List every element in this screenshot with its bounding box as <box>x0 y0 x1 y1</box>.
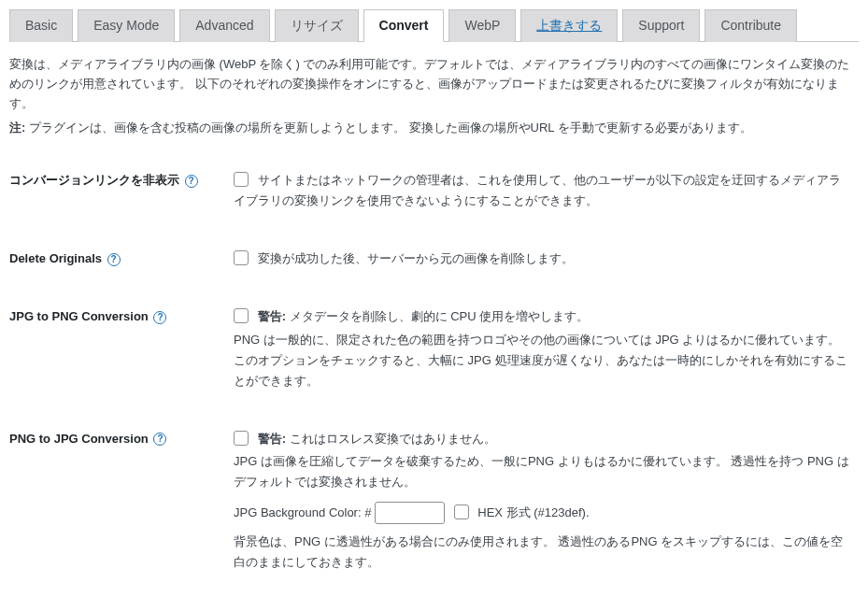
jpg2png-warn-text: メタデータを削除し、劇的に CPU 使用を増やします。 <box>286 309 589 323</box>
tab-support[interactable]: Support <box>622 9 700 42</box>
row-hide-conversion-links: コンバージョンリンクを非表示 サイトまたはネットワークの管理者は、これを使用して… <box>9 159 859 237</box>
jpg2png-checkbox[interactable] <box>234 308 249 323</box>
intro-note-label: 注: <box>9 121 25 135</box>
row-png-to-jpg: PNG to JPG Conversion 警告: これはロスレス変換ではありま… <box>9 418 859 599</box>
row-gif-to-png: GIF to PNG Conversion 警告はありません、実行してください。… <box>9 599 859 611</box>
tab-webp[interactable]: WebP <box>448 9 516 42</box>
help-icon[interactable] <box>153 311 166 324</box>
jpg2png-warn-prefix: 警告: <box>258 309 286 323</box>
delete-originals-text: 変換が成功した後、サーバーから元の画像を削除します。 <box>258 251 574 265</box>
tab-contribute[interactable]: Contribute <box>704 9 797 42</box>
png2jpg-description-1: JPG は画像を圧縮してデータを破棄するため、一般にPNG よりもはるかに優れて… <box>234 451 849 492</box>
png2jpg-checkbox[interactable] <box>234 431 249 446</box>
row-delete-originals: Delete Originals 変換が成功した後、サーバーから元の画像を削除し… <box>9 237 859 295</box>
help-icon[interactable] <box>185 175 198 188</box>
hide-links-text: サイトまたはネットワークの管理者は、これを使用して、他のユーザーが以下の設定を迂… <box>234 173 841 207</box>
jpg2png-description: PNG は一般的に、限定された色の範囲を持つロゴやその他の画像については JPG… <box>234 330 849 391</box>
tab-basic[interactable]: Basic <box>9 9 73 42</box>
intro-paragraph-2: 注: プラグインは、画像を含む投稿の画像の場所を更新しようとします。 変換した画… <box>9 119 859 138</box>
hex-format-checkbox[interactable] <box>454 504 469 519</box>
hide-links-label: コンバージョンリンクを非表示 <box>9 173 179 187</box>
intro-paragraph-1: 変換は、メディアライブラリ内の画像 (WebP を除く) でのみ利用可能です。デ… <box>9 55 859 113</box>
tab-overwrite[interactable]: 上書きする <box>520 9 618 42</box>
delete-originals-checkbox[interactable] <box>234 250 249 265</box>
settings-tabs: Basic Easy Mode Advanced リサイズ Convert We… <box>9 9 859 42</box>
intro-note-text: プラグインは、画像を含む投稿の画像の場所を更新しようとします。 変換した画像の場… <box>25 121 751 135</box>
tab-easy-mode[interactable]: Easy Mode <box>78 9 175 42</box>
png2jpg-description-2: 背景色は、PNG に透過性がある場合にのみ使用されます。 透過性のあるPNG を… <box>234 532 849 573</box>
row-jpg-to-png: JPG to PNG Conversion 警告: メタデータを削除し、劇的に … <box>9 295 859 417</box>
png2jpg-label: PNG to JPG Conversion <box>9 432 149 446</box>
jpg2png-label: JPG to PNG Conversion <box>9 309 149 323</box>
bg-color-input[interactable] <box>375 502 445 524</box>
hex-format-label: HEX 形式 (#123def). <box>477 505 589 519</box>
png2jpg-warn-prefix: 警告: <box>258 432 286 446</box>
tab-convert[interactable]: Convert <box>363 9 445 42</box>
hide-links-checkbox[interactable] <box>234 172 249 187</box>
tab-resize[interactable]: リサイズ <box>275 9 359 42</box>
png2jpg-warn-text: これはロスレス変換ではありません。 <box>286 432 496 446</box>
settings-form-table: コンバージョンリンクを非表示 サイトまたはネットワークの管理者は、これを使用して… <box>9 159 859 611</box>
delete-originals-label: Delete Originals <box>9 251 102 265</box>
help-icon[interactable] <box>107 253 121 266</box>
help-icon[interactable] <box>153 433 166 446</box>
bg-color-label: JPG Background Color: # <box>234 505 371 519</box>
tab-advanced[interactable]: Advanced <box>179 9 269 42</box>
